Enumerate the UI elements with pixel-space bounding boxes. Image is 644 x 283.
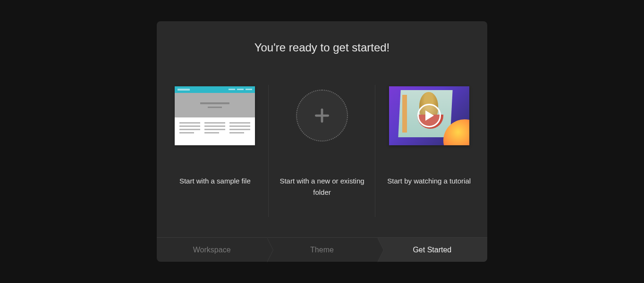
dialog-title: You're ready to get started! [157, 41, 487, 54]
options-row: Start with a sample file Start with a ne… [157, 85, 487, 237]
option-label: Start with a new or existing folder [280, 175, 364, 198]
step-workspace[interactable]: Workspace [157, 238, 267, 262]
step-get-started[interactable]: Get Started [377, 238, 487, 262]
option-tutorial[interactable]: Start by watching a tutorial [375, 85, 483, 237]
option-label: Start with a sample file [179, 175, 251, 187]
option-new-folder[interactable]: Start with a new or existing folder [269, 85, 376, 237]
play-icon [417, 104, 441, 127]
step-theme[interactable]: Theme [267, 238, 377, 262]
option-sample-file[interactable]: Start with a sample file [161, 85, 269, 237]
sample-file-graphic [175, 85, 255, 146]
tutorial-video-graphic [389, 85, 469, 146]
plus-icon [296, 85, 348, 146]
option-label: Start by watching a tutorial [387, 175, 471, 187]
wizard-steps: Workspace Theme Get Started [157, 237, 487, 262]
svg-marker-2 [425, 110, 434, 121]
get-started-dialog: You're ready to get started! [157, 21, 487, 262]
